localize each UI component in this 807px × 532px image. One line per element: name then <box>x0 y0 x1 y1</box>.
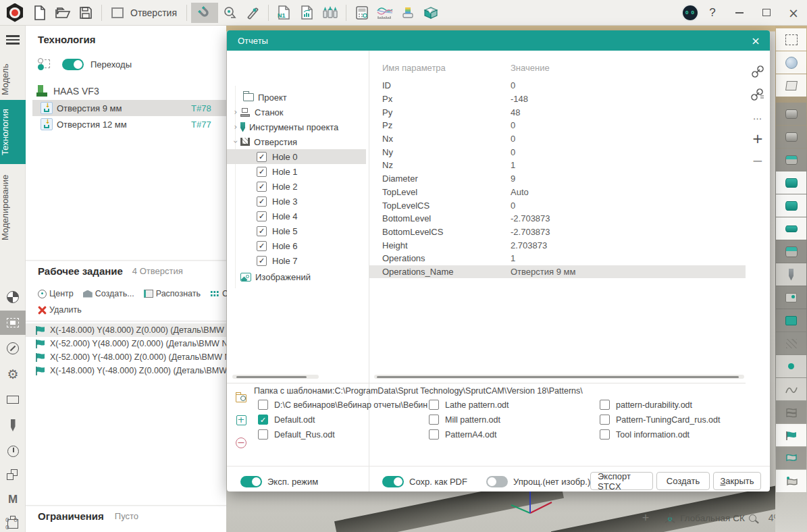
link-list-icon[interactable] <box>746 82 770 105</box>
tree-item-hole[interactable]: ✓Hole 3 <box>227 194 366 209</box>
add-item-icon[interactable]: + <box>746 127 770 149</box>
template-checkbox[interactable] <box>429 429 439 440</box>
tab-model[interactable]: Модель <box>0 57 26 102</box>
param-row-selected[interactable]: Operations_NameОтверстия 9 мм <box>369 265 746 279</box>
param-row[interactable]: Pz0 <box>369 119 746 132</box>
dialog-close-button[interactable]: × <box>744 30 767 51</box>
param-row[interactable]: Py48 <box>369 105 746 119</box>
template-checkbox[interactable] <box>258 429 268 440</box>
tree-item-hole[interactable]: ✓Hole 4 <box>227 209 366 223</box>
create-button[interactable]: Создать... <box>83 289 134 298</box>
param-row[interactable]: Height2.703873 <box>369 238 746 252</box>
fixture-part-icon[interactable] <box>776 286 806 309</box>
delete-button[interactable]: Удалить <box>38 305 82 315</box>
drill-tool-icon[interactable] <box>776 263 806 286</box>
tree-item-hole[interactable]: ✓Hole 7 <box>227 253 366 268</box>
close-button[interactable]: Закрыть <box>713 472 761 490</box>
param-row[interactable]: Diameter9 <box>369 172 746 186</box>
machined-part-icon[interactable] <box>776 309 806 331</box>
hole-checkbox[interactable]: ✓ <box>257 167 267 177</box>
worktask-item[interactable]: X(-52.000) Y(-48.000) Z(0.000) (Деталь\B… <box>26 350 226 364</box>
machine-m-icon[interactable]: M <box>0 487 26 512</box>
layers-icon[interactable] <box>0 463 26 487</box>
flag-outline-icon[interactable] <box>776 447 806 469</box>
param-row[interactable]: Px-148 <box>369 92 746 106</box>
tree-item-holes[interactable]: › Отверстия <box>227 134 366 149</box>
worktask-item[interactable]: X(-148.000) Y(-48.000) Z(0.000) (Деталь\… <box>26 364 226 377</box>
remove-template-icon[interactable]: − <box>230 431 253 454</box>
hole-checkbox[interactable]: ✓ <box>257 241 267 251</box>
param-row[interactable]: Ny0 <box>369 145 746 159</box>
param-row[interactable]: BottomLevelCS-2.703873 <box>369 225 746 239</box>
cs-selector[interactable]: Глобальная СК <box>680 513 745 523</box>
template-option[interactable]: Tool information.odt <box>600 429 689 440</box>
tree-item-hole[interactable]: ✓Hole 5 <box>227 223 366 238</box>
template-checkbox[interactable] <box>258 400 268 410</box>
remove-item-icon[interactable]: − <box>746 149 770 171</box>
stock-stage2-icon[interactable] <box>776 126 806 148</box>
template-option[interactable]: PatternA4.odt <box>429 429 496 440</box>
template-option[interactable]: Pattern-TuningCard_rus.odt <box>600 415 720 425</box>
gauge-icon[interactable] <box>0 439 26 463</box>
settings-gear-icon[interactable]: ⚙ <box>0 362 26 386</box>
tree-item-machine[interactable]: › Станок <box>227 105 366 119</box>
param-row[interactable]: Operations1 <box>369 252 746 265</box>
material-box-icon[interactable] <box>419 3 442 23</box>
template-option[interactable]: pattern-durability.odt <box>600 400 692 410</box>
param-row[interactable]: BottomLevel-2.703873 <box>369 212 746 225</box>
operation-row[interactable]: ↓ Отверстия 9 мм T#78 9 <box>32 100 226 116</box>
tool-stack-icon[interactable] <box>396 3 419 23</box>
magnet-snap-icon[interactable] <box>191 3 218 23</box>
minimize-button[interactable] <box>726 3 753 23</box>
app-logo-icon[interactable] <box>5 3 24 22</box>
curve-icon[interactable] <box>776 378 806 400</box>
compass-icon[interactable] <box>0 336 26 361</box>
template-checkbox[interactable] <box>429 415 439 425</box>
expander-icon[interactable]: › <box>231 137 240 147</box>
calculator-icon[interactable] <box>350 3 373 23</box>
tape-measure-icon[interactable] <box>218 3 241 23</box>
dialog-titlebar[interactable]: Отчеты × <box>227 30 770 51</box>
param-value-header[interactable]: Значение <box>511 63 550 73</box>
hole-checkbox[interactable]: ✓ <box>257 152 267 162</box>
stock-mixed-icon[interactable] <box>776 149 806 171</box>
hole-checkbox[interactable]: ✓ <box>257 226 267 236</box>
flag-teal-icon[interactable] <box>776 424 806 446</box>
transitions-toggle[interactable] <box>62 59 84 70</box>
point-icon[interactable] <box>776 355 806 377</box>
param-row[interactable]: TopLevelCS0 <box>369 198 746 212</box>
help-button[interactable]: ? <box>699 6 726 20</box>
simplified-toggle[interactable] <box>486 476 508 487</box>
param-row[interactable]: Nx0 <box>369 132 746 146</box>
param-row[interactable]: Nz1 <box>369 159 746 172</box>
tree-item-project-tools[interactable]: › Инструменты проекта <box>227 119 366 134</box>
template-checkbox[interactable] <box>600 400 610 410</box>
fit-selection-icon[interactable] <box>776 28 806 51</box>
part-teal-icon[interactable] <box>776 171 806 194</box>
hatch-section-icon[interactable] <box>776 332 806 354</box>
flags-group-icon[interactable] <box>776 401 806 423</box>
worktask-item[interactable]: X(-52.000) Y(48.000) Z(0.000) (Деталь\BM… <box>26 337 226 350</box>
hole-checkbox[interactable]: ✓ <box>257 196 267 207</box>
zoom-search-icon[interactable] <box>749 514 756 522</box>
more-options-icon[interactable]: … <box>746 105 770 127</box>
save-pdf-toggle[interactable] <box>382 476 404 487</box>
template-checkbox[interactable] <box>600 415 610 425</box>
export-mode-toggle-row[interactable]: Эксп. режим <box>240 476 318 487</box>
param-row[interactable]: ID0 <box>369 79 746 92</box>
center-button[interactable]: Центр <box>38 289 74 298</box>
hole-checkbox[interactable]: ✓ <box>257 211 267 221</box>
template-checkbox[interactable]: ✓ <box>258 415 268 425</box>
tree-item-hole[interactable]: ✓Hole 0 <box>227 149 366 164</box>
template-option[interactable]: D:\С вебинаров\Вебинар отчеты\Вебин <box>258 400 427 410</box>
sphere-view-icon[interactable] <box>776 51 806 74</box>
tree-item-project[interactable]: Проект <box>227 90 366 105</box>
shading-quadrant-icon[interactable] <box>0 285 26 309</box>
report-chart-icon[interactable] <box>296 3 319 23</box>
tree-item-hole[interactable]: ✓Hole 6 <box>227 238 366 253</box>
stepped-part-icon[interactable] <box>776 240 806 263</box>
tools-library-icon[interactable] <box>319 3 342 23</box>
template-checkbox[interactable] <box>600 429 610 440</box>
machine-name[interactable]: HAAS VF3 <box>53 86 99 97</box>
tab-modeling[interactable]: Моделирование <box>0 165 26 250</box>
